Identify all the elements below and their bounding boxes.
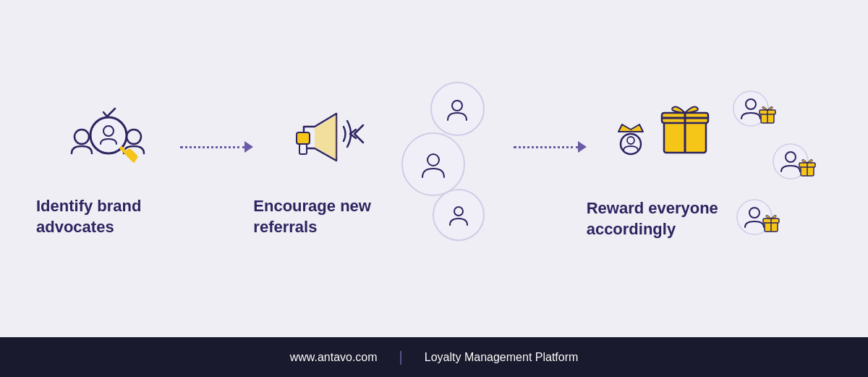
person-bubble-left [401, 132, 465, 196]
person-bubble-top [430, 82, 485, 136]
person-gift-middle-right [770, 138, 817, 188]
svg-point-10 [454, 207, 463, 216]
footer: www.antavo.com | Loyalty Management Plat… [0, 337, 868, 377]
referrals-label: Encourage new referrals [253, 196, 397, 237]
svg-rect-6 [297, 132, 310, 144]
crown-person-icon [608, 111, 655, 179]
svg-point-9 [427, 154, 439, 166]
step-identify: Identify brand advocates [36, 99, 180, 237]
reward-label: Reward everyone accordingly [587, 198, 731, 240]
dotted-line-1 [180, 146, 245, 148]
step-referrals: Encourage new referrals [253, 99, 397, 237]
step-people-cluster [398, 82, 514, 255]
arrow-2 [514, 141, 587, 153]
svg-point-1 [127, 130, 141, 144]
dotted-line-2 [514, 146, 579, 148]
identify-icon [61, 99, 156, 182]
arrow-head-1 [244, 141, 253, 153]
step-people-gifts [731, 82, 832, 255]
people-cluster [398, 82, 514, 241]
arrow-1 [180, 141, 253, 153]
person-bubble-bottom [433, 189, 485, 241]
svg-rect-7 [299, 144, 307, 154]
person-gift-top-left [731, 85, 778, 135]
step-reward: Reward everyone accordingly [587, 97, 731, 240]
gift-icon [658, 97, 712, 165]
svg-rect-4 [124, 148, 139, 163]
people-gifts-cluster [731, 82, 832, 241]
identify-label: Identify brand advocates [36, 196, 180, 237]
svg-point-0 [75, 130, 89, 144]
footer-tagline: Loyalty Management Platform [425, 351, 579, 364]
reward-icons [604, 97, 712, 184]
footer-website: www.antavo.com [290, 351, 378, 364]
svg-point-8 [452, 101, 462, 111]
footer-divider: | [399, 349, 403, 365]
flow-container: Identify brand advocates [36, 82, 832, 255]
person-gift-bottom-left [734, 194, 781, 244]
main-content: Identify brand advocates [0, 0, 868, 337]
megaphone-icon [275, 99, 376, 182]
arrow-head-2 [578, 141, 587, 153]
